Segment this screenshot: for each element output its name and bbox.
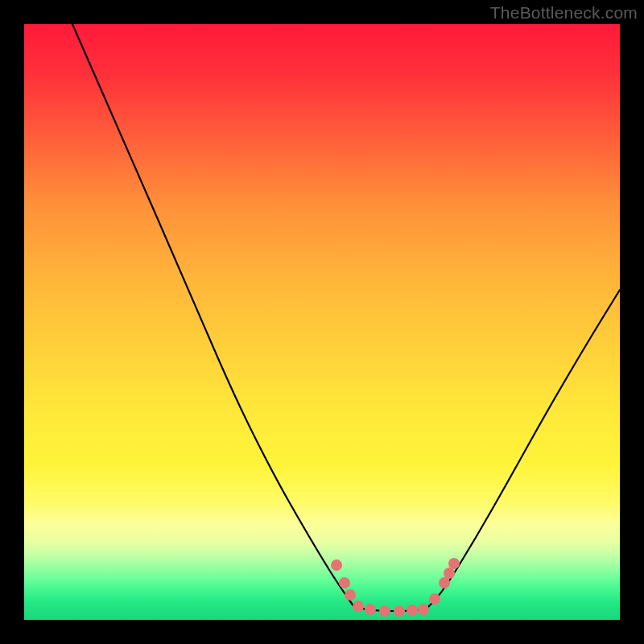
highlight-marker [379,605,390,617]
chart-frame: TheBottleneck.com [0,0,644,644]
highlight-marker [339,577,350,588]
highlight-marker [429,593,440,605]
highlight-marker [353,601,364,612]
highlight-marker [407,605,418,616]
highlight-marker [365,604,376,615]
highlight-marker [448,558,460,569]
watermark-text: TheBottleneck.com [490,3,638,23]
highlight-marker [444,568,455,579]
highlight-marker [439,577,450,588]
curve-layer [24,24,620,620]
plot-area [24,24,620,620]
highlight-marker [345,589,356,601]
highlight-marker [331,559,342,571]
highlight-marker [394,605,405,617]
curve-segment [72,24,354,607]
highlight-marker [418,604,429,615]
